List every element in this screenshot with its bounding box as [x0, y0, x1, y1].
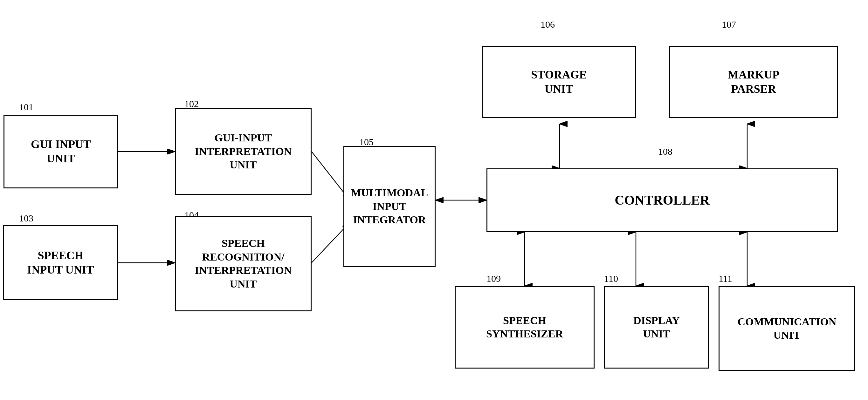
gui-input-unit-box: GUI INPUTUNIT	[3, 115, 118, 189]
markup-parser-box: MARKUPPARSER	[669, 46, 838, 118]
label-103: 103	[19, 213, 33, 224]
label-102: 102	[184, 99, 199, 109]
speech-synth-box: SPEECHSYNTHESIZER	[455, 286, 595, 369]
label-106: 106	[540, 19, 555, 30]
multimodal-integrator-box: MULTIMODALINPUTINTEGRATOR	[343, 146, 436, 267]
label-105: 105	[359, 137, 374, 147]
speech-recog-unit-box: SPEECHRECOGNITION/INTERPRETATIONUNIT	[175, 216, 312, 311]
speech-input-unit-box: SPEECHINPUT UNIT	[3, 225, 118, 300]
label-110: 110	[604, 273, 618, 284]
gui-interp-unit-box: GUI-INPUTINTERPRETATIONUNIT	[175, 108, 312, 195]
storage-unit-box: STORAGEUNIT	[482, 46, 636, 118]
label-111: 111	[719, 273, 732, 284]
label-109: 109	[487, 273, 501, 284]
label-101: 101	[19, 102, 33, 112]
display-unit-box: DISPLAYUNIT	[604, 286, 709, 369]
communication-unit-box: COMMUNICATIONUNIT	[719, 286, 855, 371]
controller-box: CONTROLLER	[487, 168, 838, 232]
label-107: 107	[722, 19, 736, 30]
label-108: 108	[658, 146, 673, 157]
diagram: 101 102 103 104 105 106 107 108 109 110 …	[0, 0, 868, 400]
